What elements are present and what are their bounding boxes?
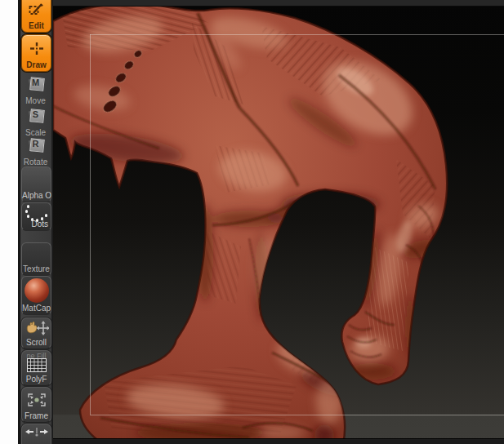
rotate-label: Rotate [21,158,50,166]
frame-corner-arrows-icon [22,393,51,407]
scroll-button[interactable]: Scroll [21,317,51,349]
alpha-selector[interactable]: Alpha O [21,166,51,202]
matcap-selector[interactable]: MatCap [21,276,51,315]
viewport-canvas[interactable] [53,0,504,444]
page-margin [0,0,18,444]
dots-stroke-icon [22,205,51,221]
frame-button[interactable]: Frame [21,387,51,423]
matcap-label: MatCap [22,304,51,313]
edit-rect-pencil-icon [22,2,51,16]
viewport-bottom-strip [53,438,504,444]
rotate-icon-letter: R [27,139,45,149]
scale-label: Scale [21,128,50,137]
frame-label: Frame [22,411,51,420]
scale-icon-letter: S [27,109,45,119]
scroll-label: Scroll [22,338,51,347]
viewport-top-strip [53,0,504,7]
r-square-icon: R [21,137,50,153]
texture-label: Texture [22,264,51,273]
move-icon-letter: M [27,78,45,87]
draw-label: Draw [22,60,51,69]
rotate-button[interactable]: R Rotate [21,137,50,168]
document-border-top [90,34,504,35]
scale-button[interactable]: S Scale [21,108,50,139]
left-toolbar: Edit Draw M Move [20,0,53,444]
polyframe-label: PolyF [22,375,51,384]
dots-label: Dots [22,220,51,229]
document-border-left [90,34,91,415]
polyframe-grid-icon [22,358,51,372]
move-button[interactable]: M Move [21,76,50,107]
move-label: Move [21,96,50,105]
draw-crosshair-icon [22,42,51,56]
polyframe-button[interactable]: ne Fill PolyF [21,350,51,386]
s-square-icon: S [21,108,50,124]
edit-label: Edit [22,21,51,30]
local-symmetry-arrows-icon [22,427,51,437]
texture-selector[interactable]: Texture [21,242,51,276]
alpha-label: Alpha O [22,191,51,200]
local-symmetry-button[interactable]: L.Sym [21,424,51,444]
hand-scroll-icon [22,321,51,335]
draw-button[interactable]: Draw [21,34,51,72]
matcap-red-sphere-icon [22,278,51,303]
m-square-icon: M [21,76,50,92]
sculpt-model [53,0,504,444]
app-window: Edit Draw M Move [0,0,504,444]
stroke-selector[interactable]: Dots [21,202,51,231]
document-border-bottom [90,415,504,415]
edit-button[interactable]: Edit [21,0,51,33]
